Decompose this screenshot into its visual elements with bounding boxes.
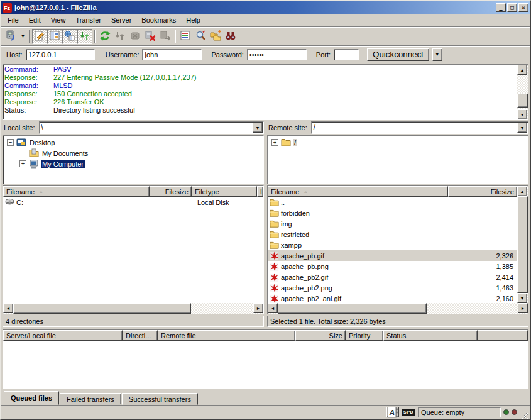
remote-vscroll-thumb[interactable]: [517, 196, 528, 293]
tab-queued-files[interactable]: Queued files: [4, 391, 59, 405]
remote-vscrollbar[interactable]: ▲ ▼: [517, 186, 528, 303]
column-header-directi-[interactable]: Directi...: [123, 330, 158, 341]
collapse-icon[interactable]: −: [7, 139, 14, 146]
folder-icon: [270, 241, 279, 250]
host-input[interactable]: [26, 49, 95, 60]
local-pane: Local site: \ ▼ −DesktopMy Documents+My …: [3, 121, 264, 327]
desktop-icon: [16, 138, 26, 147]
remote-site-label: Remote site:: [267, 124, 311, 131]
column-header-size[interactable]: Size: [295, 330, 346, 341]
expand-icon[interactable]: +: [271, 139, 278, 146]
filter-icon: [180, 30, 191, 43]
tree-item-desktop[interactable]: −Desktop: [3, 137, 263, 148]
find-button[interactable]: [223, 29, 238, 44]
menu-item-file[interactable]: File: [3, 15, 24, 25]
column-header-server-local-file[interactable]: Server/Local file: [3, 330, 123, 341]
remote-site-combo[interactable]: / ▼: [311, 121, 528, 134]
column-header-filesize[interactable]: Filesize: [448, 186, 517, 197]
toggle-remote-tree-button[interactable]: [62, 29, 77, 44]
remote-file-row[interactable]: apache_pb2_ani.gif2,160: [268, 293, 517, 303]
chevron-down-icon[interactable]: ▼: [517, 123, 527, 133]
file-size-cell: [448, 218, 517, 229]
menu-item-help[interactable]: Help: [181, 15, 205, 25]
scroll-down-icon[interactable]: ▼: [517, 293, 527, 303]
scroll-left-icon[interactable]: ◄: [3, 303, 13, 313]
username-input[interactable]: [142, 49, 202, 60]
toggle-local-tree-button[interactable]: [47, 29, 62, 44]
image-file-icon: [270, 273, 279, 282]
scroll-right-icon[interactable]: ►: [253, 303, 263, 313]
column-header-filename[interactable]: Filename▵: [3, 186, 150, 197]
message-log: Command:PASVResponse:227 Entering Passiv…: [3, 64, 528, 120]
sync-browse-button[interactable]: [208, 29, 223, 44]
remote-file-row[interactable]: apache_pb2.png1,463: [268, 282, 517, 293]
remote-file-row[interactable]: forbidden: [268, 207, 517, 218]
menu-item-server[interactable]: Server: [106, 15, 136, 25]
password-input[interactable]: [247, 49, 307, 60]
local-hscroll-thumb[interactable]: [13, 303, 191, 314]
minimize-button[interactable]: _: [496, 3, 506, 12]
tab-successful-transfers[interactable]: Successful transfers: [122, 393, 198, 405]
refresh-button[interactable]: [97, 29, 112, 44]
chevron-down-icon[interactable]: ▼: [253, 123, 263, 133]
remote-file-row[interactable]: xampp: [268, 240, 517, 250]
remote-hscrollbar[interactable]: ◄ ►: [268, 303, 528, 314]
expand-icon[interactable]: +: [19, 160, 26, 167]
scroll-up-icon[interactable]: ▲: [517, 65, 527, 75]
local-site-combo[interactable]: \ ▼: [39, 121, 264, 134]
quickconnect-bar: Host: Username: Password: Port: Quickcon…: [1, 45, 530, 63]
column-header-remote-file[interactable]: Remote file: [158, 330, 295, 341]
toggle-queue-button[interactable]: [77, 29, 92, 44]
menu-item-view[interactable]: View: [46, 15, 71, 25]
tree-item-my-documents[interactable]: My Documents: [3, 148, 263, 158]
quickconnect-button[interactable]: Quickconnect: [367, 48, 429, 61]
column-header-filetype[interactable]: Filetype: [192, 186, 257, 197]
scroll-left-icon[interactable]: ◄: [268, 303, 278, 313]
column-header-priority[interactable]: Priority: [346, 330, 383, 341]
resize-grip[interactable]: [520, 410, 528, 419]
toggle-log-button[interactable]: [32, 29, 47, 44]
scroll-right-icon[interactable]: ►: [518, 303, 528, 313]
disconnect-button[interactable]: [143, 29, 158, 44]
quickconnect-dropdown-icon[interactable]: ▼: [432, 48, 442, 61]
filezilla-logo-icon[interactable]: Fz: [3, 3, 12, 13]
remote-file-row[interactable]: apache_pb.png1,385: [268, 261, 517, 272]
remote-hscroll-thumb[interactable]: [278, 303, 427, 314]
tree-item--[interactable]: +/: [268, 137, 528, 148]
maximize-button[interactable]: □: [507, 3, 517, 12]
compare-button[interactable]: [193, 29, 208, 44]
data-type-indicator-icon[interactable]: A: [386, 407, 399, 417]
column-header-filename[interactable]: Filename▵: [268, 186, 448, 197]
column-header-filesize[interactable]: Filesize: [150, 186, 192, 197]
menu-item-edit[interactable]: Edit: [24, 15, 46, 25]
menu-item-transfer[interactable]: Transfer: [70, 15, 106, 25]
chevron-down-icon[interactable]: ▼: [19, 29, 27, 44]
log-scrollbar[interactable]: ▲ ▼: [517, 65, 528, 119]
local-hscrollbar[interactable]: ◄ ►: [3, 303, 263, 314]
speed-limit-icon[interactable]: SPD: [402, 409, 415, 416]
remote-file-row[interactable]: img: [268, 218, 517, 229]
toggle-log-icon: [34, 30, 45, 43]
sort-ascending-icon: ▵: [304, 189, 307, 194]
column-header-l[interactable]: L: [257, 186, 263, 197]
scroll-up-icon[interactable]: ▲: [517, 186, 527, 196]
tab-failed-transfers[interactable]: Failed transfers: [60, 393, 121, 405]
log-scroll-thumb[interactable]: [517, 94, 528, 108]
remote-file-row[interactable]: apache_pb2.gif2,414: [268, 272, 517, 282]
remote-tree: +/: [267, 135, 528, 184]
remote-file-row[interactable]: restricted: [268, 229, 517, 240]
remote-file-row[interactable]: apache_pb.gif2,326: [268, 250, 517, 261]
remote-file-list: Filename▵Filesize ..forbiddenimgrestrict…: [267, 185, 528, 314]
close-button[interactable]: ✕: [518, 3, 528, 12]
column-header-status[interactable]: Status: [383, 330, 478, 341]
local-file-row[interactable]: C:Local Disk: [3, 197, 263, 207]
log-line: Response:226 Transfer OK: [4, 98, 516, 106]
menu-item-bookmarks[interactable]: Bookmarks: [136, 15, 181, 25]
password-label: Password:: [211, 51, 243, 58]
scroll-down-icon[interactable]: ▼: [517, 109, 527, 119]
site-manager-button[interactable]: [4, 29, 19, 44]
tree-item-my-computer[interactable]: +My Computer: [3, 158, 263, 169]
port-input[interactable]: [334, 49, 359, 60]
remote-file-row[interactable]: ..: [268, 197, 517, 207]
filter-button[interactable]: [178, 29, 193, 44]
